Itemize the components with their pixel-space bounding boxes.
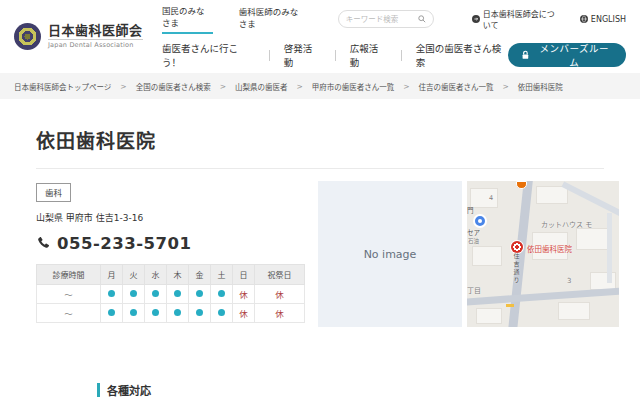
open-dot-icon (130, 309, 137, 316)
logo-text: 日本歯科医師会 Japan Dental Association (48, 24, 143, 50)
map-building (577, 229, 611, 249)
breadcrumb-item[interactable]: 山梨県の歯医者 (235, 81, 288, 92)
english-link[interactable]: ENGLISH (580, 15, 626, 24)
schedule-body: ～休休～休休 (37, 284, 305, 322)
schedule-open-cell (145, 284, 167, 303)
clinic-info-row: 歯科 山梨県 甲府市 住吉1-3-16 055-233-5701 診療時間月火水… (36, 181, 604, 327)
breadcrumb-item[interactable]: 日本歯科医師会トップページ (14, 81, 111, 92)
schedule-header-cell: 祝祭日 (255, 264, 305, 284)
map-building (537, 187, 567, 203)
open-dot-icon (108, 290, 115, 297)
nav-item[interactable]: 歯医者さんに行こう！ (162, 41, 255, 69)
schedule-open-cell (211, 284, 233, 303)
arrow-circle-icon (472, 15, 480, 23)
map-building (473, 247, 501, 265)
map-road (467, 287, 619, 306)
members-room-label: メンバーズルーム (535, 41, 613, 69)
open-dot-icon (130, 290, 137, 297)
breadcrumb-separator: > (296, 82, 302, 91)
members-room-button[interactable]: メンバーズルーム (508, 43, 626, 67)
nav-item[interactable]: 広報活動 (350, 41, 387, 69)
schedule-header-cell: 日 (233, 264, 255, 284)
logo-subtitle: Japan Dental Association (48, 39, 143, 49)
map-marker-label: 依田歯科医院 (527, 243, 572, 254)
tab-dentists[interactable]: 歯科医師のみなさま (239, 5, 304, 33)
open-dot-icon (174, 290, 181, 297)
nav-separator (335, 50, 336, 61)
clinic-address: 山梨県 甲府市 住吉1-3-16 (36, 211, 310, 224)
breadcrumb-separator: > (220, 82, 226, 91)
map-label-frag1: 門 (467, 205, 474, 215)
open-dot-icon (196, 309, 203, 316)
map-road (607, 213, 612, 283)
open-dot-icon (196, 290, 203, 297)
section-header: 各種対応 (97, 382, 604, 398)
site-header: 日本歯科医師会 Japan Dental Association 国民のみなさま… (0, 0, 640, 73)
logo-title: 日本歯科医師会 (48, 24, 143, 39)
breadcrumb-item[interactable]: 住吉の歯医者さん一覧 (419, 81, 494, 92)
schedule-header-row: 診療時間月火水木金土日祝祭日 (37, 264, 305, 284)
open-dot-icon (174, 309, 181, 316)
category-badge: 歯科 (36, 183, 71, 202)
schedule-header-cell: 月 (101, 264, 123, 284)
schedule-open-cell (189, 284, 211, 303)
breadcrumb-item[interactable]: 全国の歯医者さん検索 (136, 81, 211, 92)
schedule-header-cell: 火 (123, 264, 145, 284)
breadcrumb-item[interactable]: 甲府市の歯医者さん一覧 (312, 81, 395, 92)
about-link[interactable]: 日本歯科医師会について (472, 8, 556, 30)
map-label-3: 3 (567, 277, 571, 285)
schedule-open-cell (123, 284, 145, 303)
phone-number[interactable]: 055-233-5701 (57, 234, 192, 253)
open-dot-icon (108, 309, 115, 316)
map-marker-icon (511, 241, 523, 253)
english-link-label: ENGLISH (591, 15, 626, 24)
breadcrumb-separator: > (403, 82, 409, 91)
about-link-label: 日本歯科医師会について (483, 8, 556, 30)
schedule-row: ～休休 (37, 303, 305, 322)
keyword-search-box[interactable] (338, 10, 434, 28)
map-label-4: 4 (489, 194, 493, 202)
schedule-open-cell (189, 303, 211, 322)
breadcrumb-separator: > (503, 82, 509, 91)
schedule-header-cell: 土 (211, 264, 233, 284)
open-dot-icon (218, 290, 225, 297)
map-thumbnail[interactable]: 4 門 セア 石油 カットハウス モ 依田歯科医院 住吉通り 3 丁目 (467, 181, 619, 327)
phone-icon (36, 236, 50, 250)
globe-icon (580, 15, 588, 23)
lock-icon (521, 50, 530, 60)
schedule-open-cell (101, 284, 123, 303)
schedule-row: ～休休 (37, 284, 305, 303)
map-label-chome: 丁目 (467, 285, 481, 295)
schedule-open-cell (145, 303, 167, 322)
schedule-closed-cell: 休 (255, 284, 305, 303)
jda-emblem-icon (14, 23, 41, 50)
breadcrumb-separator: > (120, 82, 126, 91)
main-nav: 歯医者さんに行こう！啓発活動広報活動全国の歯医者さん検索 (162, 41, 508, 69)
schedule-table: 診療時間月火水木金土日祝祭日 ～休休～休休 (36, 264, 305, 323)
clinic-details: 歯科 山梨県 甲府市 住吉1-3-16 055-233-5701 診療時間月火水… (36, 181, 310, 327)
tab-citizens[interactable]: 国民のみなさま (162, 4, 213, 34)
nav-separator (401, 50, 402, 61)
map-label-shop: カットハウス モ (541, 219, 592, 229)
open-dot-icon (218, 309, 225, 316)
schedule-open-cell (167, 284, 189, 303)
map-label-frag2: セア (467, 227, 480, 237)
breadcrumb: 日本歯科医師会トップページ>全国の歯医者さん検索>山梨県の歯医者>甲府市の歯医者… (0, 73, 640, 99)
open-dot-icon (152, 290, 159, 297)
header-right: 国民のみなさま 歯科医師のみなさま 日本歯科医師会について (150, 4, 626, 69)
map-label-frag3: 石油 (468, 237, 479, 245)
schedule-time-cell: ～ (37, 303, 101, 322)
site-logo[interactable]: 日本歯科医師会 Japan Dental Association (14, 23, 150, 50)
nav-item[interactable]: 啓発活動 (284, 41, 321, 69)
schedule-header-cell: 金 (189, 264, 211, 284)
section-title: 各種対応 (107, 382, 151, 398)
nav-item[interactable]: 全国の歯医者さん検索 (416, 41, 509, 69)
breadcrumb-item[interactable]: 依田歯科医院 (518, 81, 563, 92)
schedule-open-cell (211, 303, 233, 322)
clinic-photo-placeholder: No image (318, 181, 462, 327)
map-building (477, 309, 501, 323)
map-building (559, 303, 589, 319)
schedule-open-cell (101, 303, 123, 322)
no-image-label: No image (364, 248, 417, 261)
search-input[interactable] (346, 15, 418, 24)
